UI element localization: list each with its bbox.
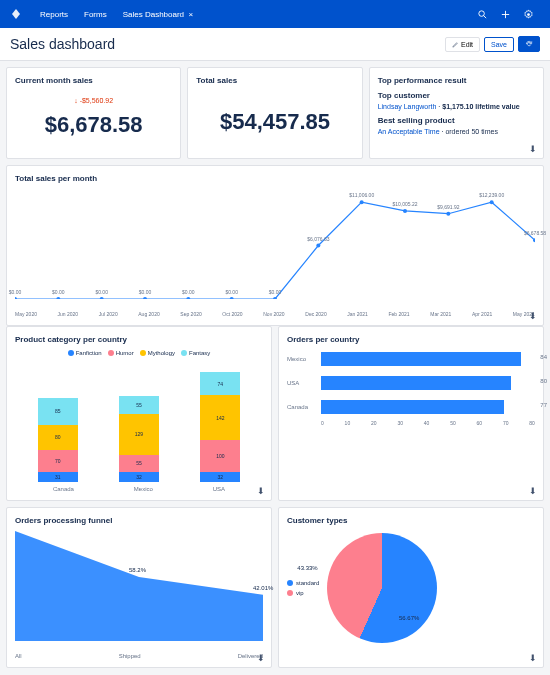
download-icon[interactable]: ⬇ <box>529 653 537 663</box>
app-logo-icon <box>10 8 22 20</box>
best-product-link[interactable]: An Acceptable Time <box>378 128 440 135</box>
funnel-chart: 58.2%42.01% <box>15 531 263 651</box>
page-title: Sales dashboard <box>10 36 441 52</box>
search-icon[interactable] <box>471 9 494 20</box>
card-title: Total sales per month <box>15 174 535 183</box>
card-title: Current month sales <box>15 76 172 85</box>
x-axis-labels: 01020304050607080 <box>321 420 535 426</box>
download-icon[interactable]: ⬇ <box>529 311 537 321</box>
svg-point-16 <box>490 200 494 204</box>
download-icon[interactable]: ⬇ <box>257 486 265 496</box>
horizontal-bar-chart: Mexico84USA80Canada77 <box>287 352 535 414</box>
download-icon[interactable]: ⬇ <box>529 486 537 496</box>
svg-point-9 <box>186 297 190 299</box>
delta-value: ↓ -$5,560.92 <box>15 97 172 104</box>
svg-line-1 <box>483 15 486 18</box>
x-axis-labels: CanadaMexicoUSA <box>15 482 263 492</box>
card-title: Orders per country <box>287 335 535 344</box>
card-current-month-sales: Current month sales ↓ -$5,560.92 $6,678.… <box>6 67 181 159</box>
svg-point-15 <box>446 212 450 216</box>
nav-reports[interactable]: Reports <box>32 10 76 19</box>
download-icon[interactable]: ⬇ <box>257 653 265 663</box>
x-axis-labels: May 2020Jun 2020Jul 2020Aug 2020Sep 2020… <box>15 311 535 317</box>
line-chart: $0.00$0.00$0.00$0.00$0.00$0.00$0.00$6,07… <box>15 189 535 309</box>
best-product-label: Best selling product <box>378 116 535 125</box>
settings-icon[interactable] <box>517 9 540 20</box>
card-orders-processing-funnel: Orders processing funnel 58.2%42.01% All… <box>6 507 272 668</box>
top-customer-link[interactable]: Lindsay Langworth <box>378 103 437 110</box>
pie-chart: 56.67%43.33% <box>327 533 437 643</box>
card-title: Total sales <box>196 76 353 85</box>
svg-point-13 <box>360 200 364 204</box>
legend: FanfictionHumorMythologyFantasy <box>15 350 263 356</box>
card-title: Top performance result <box>378 76 535 85</box>
nav-forms[interactable]: Forms <box>76 10 115 19</box>
svg-point-7 <box>100 297 104 299</box>
card-product-category-per-country: Product category per country FanfictionH… <box>6 326 272 501</box>
card-title: Customer types <box>287 516 535 525</box>
card-customer-types: Customer types standardvip 56.67%43.33% … <box>278 507 544 668</box>
svg-point-4 <box>527 13 530 16</box>
refresh-button[interactable] <box>518 36 540 52</box>
svg-point-6 <box>56 297 60 299</box>
card-total-sales-per-month: Total sales per month $0.00$0.00$0.00$0.… <box>6 165 544 326</box>
x-axis-labels: AllShippedDelivered <box>15 653 263 659</box>
legend: standardvip <box>287 580 319 596</box>
page-header: Sales dashboard Edit Save <box>0 28 550 61</box>
kpi-value: $54,457.85 <box>196 109 353 135</box>
card-orders-per-country: Orders per country Mexico84USA80Canada77… <box>278 326 544 501</box>
edit-button[interactable]: Edit <box>445 37 480 52</box>
svg-point-12 <box>316 244 320 248</box>
save-button[interactable]: Save <box>484 37 514 52</box>
topbar: Reports Forms Sales Dashboard × <box>0 0 550 28</box>
svg-point-10 <box>230 297 234 299</box>
card-top-performance: Top performance result Top customer Lind… <box>369 67 544 159</box>
svg-point-5 <box>15 297 17 299</box>
add-icon[interactable] <box>494 9 517 20</box>
download-icon[interactable]: ⬇ <box>529 144 537 154</box>
card-total-sales: Total sales $54,457.85 <box>187 67 362 159</box>
card-title: Product category per country <box>15 335 263 344</box>
svg-point-14 <box>403 209 407 213</box>
card-title: Orders processing funnel <box>15 516 263 525</box>
svg-point-8 <box>143 297 147 299</box>
top-customer-label: Top customer <box>378 91 535 100</box>
stacked-bar-chart: 317080853255129553210014274 <box>15 362 263 482</box>
nav-sales-dashboard[interactable]: Sales Dashboard × <box>115 10 202 19</box>
kpi-value: $6,678.58 <box>15 112 172 138</box>
